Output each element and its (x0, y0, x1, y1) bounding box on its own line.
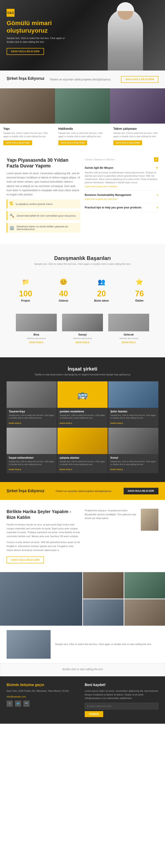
construction-card-3: Şehir Alanları Sample text. Click to sel… (108, 381, 158, 427)
accordion-item-2-link[interactable]: Learn how to grow your business (85, 198, 158, 200)
join-person-image (141, 509, 158, 531)
accordion-item-3-header[interactable]: Practical tips to help you grow your pro… (85, 206, 158, 209)
two-col-title: Yapı Piyasasında 30 Yıldan Fazla Duvar Y… (7, 157, 80, 169)
social-icons: f 🐦 📷 (7, 701, 80, 707)
second-banner-cta[interactable]: DAHA FAZLA BİLGİ EDİN (124, 488, 158, 494)
caption-photo-section: Sample text. Click to select the text bo… (0, 626, 165, 663)
footer-register-title: Beni kaydet! (85, 683, 158, 687)
col-card-2-btn[interactable]: DAHA FAZLA BİLGİ EDİN (58, 140, 87, 145)
accordion-item-1-link[interactable]: Learn how to grow your business (85, 185, 158, 188)
footer-register-text: Lorem ipsum dolor sit amet, consectetur … (85, 689, 158, 700)
construction-card-4-title: İnşaat mühendisleri (9, 456, 55, 459)
stat-icon-1: 📁 (20, 276, 31, 287)
footer-send-button[interactable]: GÖNDER (85, 711, 103, 717)
construction-card-3-title: Şehir Alanları (110, 410, 156, 413)
construction-card-2-img: 🚌 (58, 381, 107, 408)
stat-number-1: 100 (11, 289, 40, 298)
services-banner-title: Şirket İnşa Ediyoruz (7, 76, 44, 81)
col-card-3-title: Takım çalışması (113, 127, 162, 130)
stats-card-1-img (16, 314, 57, 331)
construction-card-2-btn[interactable]: DAHA FAZLA (60, 422, 72, 424)
col-card-3-btn[interactable]: DAHA FAZLA BİLGİ EDİN (113, 140, 142, 145)
construction-card-5-btn[interactable]: DAHA FAZLA (60, 468, 72, 471)
badge-3-text: Şirketimize katılın ve sizinle birlikte … (16, 225, 78, 230)
accordion-item-2-title: Business Sustainability Management (85, 193, 131, 196)
services-right: Fikirleri ve vizyonları dahili projelere… (50, 78, 111, 82)
stats-title: Danışmanlık Başarıları (7, 255, 158, 261)
construction-card-6: Konut Sample text. Click to select the t… (108, 428, 158, 473)
photo-cell-1 (0, 572, 82, 626)
accordion-item-1-header[interactable]: Sizinle ilgili Bir Misyon ▼ (85, 166, 158, 169)
join-cta-button[interactable]: DAHA FAZLA BİLGİ EDİN (7, 557, 44, 563)
stats-card-2-img (62, 314, 103, 331)
badge-2: 🔨 Zamanında kaliteli bir ürün sunmaktan … (7, 211, 80, 220)
badge-3-icon: 🏢 (9, 225, 14, 230)
accordion-expand-icon[interactable]: + (154, 157, 158, 162)
two-col-left: Yapı Piyasasında 30 Yıldan Fazla Duvar Y… (7, 157, 80, 235)
col-card-2-title: Hakkımda (58, 127, 107, 130)
construction-card-6-btn[interactable]: DAHA FAZLA (110, 468, 123, 471)
stat-label-2: Güleniz (49, 299, 78, 302)
join-left: Birlikte Harika Şeyler Yapalım - Bize Ka… (7, 509, 80, 563)
photo-cell-3 (124, 572, 165, 598)
construction-subtitle: Tadilat ve oda tasarımlarını danıştığınd… (7, 373, 158, 376)
stats-card-2-text: Sitemize salt oncecat (62, 337, 103, 340)
footer-email-input[interactable] (85, 703, 158, 709)
photo-cell-4 (83, 599, 124, 626)
construction-card-6-body: Konut Sample text. Click to select the t… (108, 454, 158, 473)
services-banner-cta[interactable]: DAHA FAZLA BİLGİ EDİN (121, 76, 158, 83)
join-right: Projelerimiz büyüyor. İnsanlarımız bizim… (85, 509, 158, 531)
instagram-icon[interactable]: 📷 (23, 701, 30, 707)
accordion-chevron-1: ▼ (155, 166, 158, 169)
facebook-icon[interactable]: f (7, 701, 13, 707)
accordion-item-2-header[interactable]: Business Sustainability Management + (85, 193, 158, 197)
join-title: Birlikte Harika Şeyler Yapalım - Bize Ka… (7, 509, 80, 520)
stats-card-1: Bina Sitemize salt oncecat DAHA FAZLA (13, 311, 59, 346)
footer-email[interactable]: info@sample.com (7, 695, 26, 698)
col-card-1-text: Sample text. Click to select the text bo… (3, 131, 52, 138)
photo-cell-2 (83, 572, 124, 598)
col-card-1-body: Yapı Sample text. Click to select the te… (0, 124, 55, 149)
stat-icon-3: 👥 (96, 276, 107, 287)
construction-card-4-btn[interactable]: DAHA FAZLA (9, 468, 21, 471)
stats-card-1-btn[interactable]: DAHA FAZLA (16, 341, 57, 344)
construction-card-1: Tasarım-İnşa Sample text. Click to selec… (7, 381, 57, 427)
construction-card-4-body: İnşaat mühendisleri Sample text. Click t… (7, 454, 57, 473)
col-card-3-image (110, 88, 165, 124)
stats-card-3-label: Gelecek (108, 333, 149, 336)
col-card-2-text: Sample text. Click to select the text bo… (58, 131, 107, 138)
col-card-1-btn[interactable]: DAHA FAZLA BİLGİ EDİN (3, 140, 32, 145)
col-card-3-body: Takım çalışması Sample text. Click to se… (110, 124, 165, 149)
construction-card-1-btn[interactable]: DAHA FAZLA (9, 422, 21, 424)
construction-card-4: İnşaat mühendisleri Sample text. Click t… (7, 428, 57, 473)
join-text-1: Facilisi mi tempus iaculis ac arcu, at q… (7, 523, 80, 538)
stat-number-4: 76 (125, 289, 154, 298)
caption-image (7, 630, 51, 659)
stats-card-2-btn[interactable]: DAHA FAZLA (62, 341, 103, 344)
col-card-1-image (0, 88, 55, 124)
hero-cta-button[interactable]: DAHA FAZLA BİLGİ EDİN (7, 48, 44, 55)
stat-label-3: Bizim takım (87, 299, 116, 302)
construction-card-2: 🚌 yeniden modelleme Sample text. Click t… (58, 381, 107, 427)
accordion-item-3: Practical tips to help you grow your pro… (85, 203, 158, 212)
stat-number-2: 40 (49, 289, 78, 298)
hero-section: D&S Gömülü mimari oluşturuyoruz Sample t… (0, 0, 165, 70)
three-columns: Yapı Sample text. Click to select the te… (0, 88, 165, 149)
construction-card-5-img (58, 428, 107, 454)
col-card-3: Takım çalışması Sample text. Click to se… (110, 88, 165, 149)
twitter-icon[interactable]: 🐦 (15, 701, 21, 707)
editable-text-area[interactable]: double click to start editing the text (0, 663, 165, 676)
stats-card-3-img (108, 314, 149, 331)
stats-subtitle: Sample text. Click to select the text bo… (7, 262, 158, 265)
stats-card-2: Sanayi Sitemize salt oncecat DAHA FAZLA (59, 311, 106, 346)
accordion-section-label: Create a Balance in Mission (85, 158, 115, 161)
construction-card-3-btn[interactable]: DAHA FAZLA (110, 422, 123, 424)
stats-card-3-btn[interactable]: DAHA FAZLA (108, 341, 149, 344)
construction-grid: Tasarım-İnşa Sample text. Click to selec… (7, 381, 158, 473)
stat-label-1: Projesi (11, 299, 40, 302)
col-card-2-image (55, 88, 110, 124)
footer-contact: Bizimle iletişime geçin New York, 4140 P… (7, 683, 80, 717)
footer-contact-title: Bizimle iletişime geçin (7, 683, 80, 687)
construction-card-5-body: çalışma alanları Sample text. Click to s… (58, 454, 107, 473)
photo-grid (0, 572, 165, 626)
